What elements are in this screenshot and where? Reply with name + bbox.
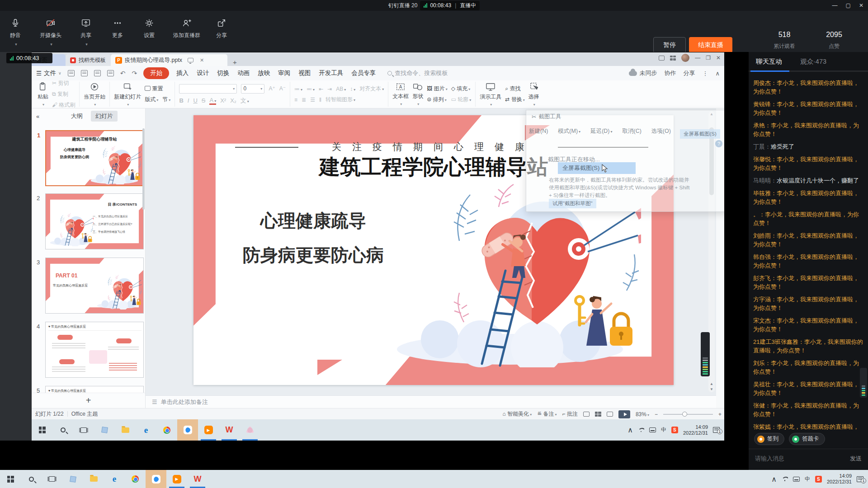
- more-menu-icon[interactable]: ⋮: [702, 70, 708, 77]
- smart-beautify-button[interactable]: ⌂ 智能美化: [503, 410, 532, 418]
- edge-icon[interactable]: e: [136, 419, 156, 441]
- chrome-icon[interactable]: [156, 419, 177, 441]
- find-button[interactable]: ⌕ 查找: [505, 85, 524, 93]
- user-avatar[interactable]: [681, 54, 689, 62]
- clock[interactable]: 14:092022/12/31: [827, 473, 852, 485]
- task-view-button[interactable]: [73, 419, 94, 441]
- edge-icon[interactable]: e: [104, 470, 125, 488]
- menu-tab-home[interactable]: 开始: [143, 67, 169, 79]
- paste-button[interactable]: 粘贴: [38, 82, 48, 107]
- add-slide-button[interactable]: +: [32, 393, 145, 408]
- keyboard-icon[interactable]: [649, 427, 656, 432]
- keyboard-icon[interactable]: [793, 477, 800, 482]
- clock[interactable]: 14:092022/12/31: [683, 424, 708, 436]
- subscript-button[interactable]: X₂: [230, 97, 236, 104]
- fill-button[interactable]: ◇ 填充: [451, 85, 472, 93]
- align-right-icon[interactable]: ☰: [310, 97, 315, 103]
- underline-button[interactable]: U: [193, 97, 197, 104]
- note-button[interactable]: ≝ 备注: [537, 410, 557, 418]
- picture-button[interactable]: 🖼 图片: [427, 85, 447, 93]
- numbered-list-button[interactable]: ≕: [307, 86, 315, 92]
- grid-view-icon[interactable]: [670, 56, 676, 61]
- shapes-button[interactable]: 形状: [412, 83, 423, 106]
- tray-expand-icon[interactable]: ∧: [627, 426, 633, 434]
- slide-thumbnail-4[interactable]: 4 ♥ 常见的负面心理应激反应: [45, 322, 144, 378]
- chat-message-list[interactable]: 周俊杰：李小龙，我来围观你的直播啦，为你点赞！ 黄锐锋：李小龙，我来围观你的直播…: [749, 76, 868, 430]
- task-view-button[interactable]: [42, 470, 62, 488]
- wps-tab-docer[interactable]: 找稻壳模板: [66, 54, 111, 66]
- slide-thumbnail-1[interactable]: 1 建筑工程学院心理辅导站 心理健康疏导防身病更要防心病: [45, 130, 144, 186]
- align-left-icon[interactable]: ≡: [294, 97, 297, 103]
- minimize-button[interactable]: —: [832, 2, 838, 9]
- panel-scrollbar[interactable]: [142, 128, 145, 210]
- sogou-icon[interactable]: S: [815, 476, 822, 483]
- align-center-icon[interactable]: ≣: [302, 97, 306, 103]
- collaborate-button[interactable]: 协作: [664, 69, 676, 77]
- shrink-font-button[interactable]: A⁻: [279, 85, 286, 92]
- line-spacing-button[interactable]: ↕: [350, 86, 355, 92]
- select-button[interactable]: 选择: [528, 82, 539, 107]
- close-button[interactable]: ✕: [859, 2, 863, 9]
- wps-share-button[interactable]: 分享: [683, 69, 695, 77]
- collapse-ribbon-icon[interactable]: ∧: [715, 70, 720, 77]
- menu-tab-review[interactable]: 审阅: [277, 69, 291, 77]
- zoom-out-button[interactable]: −: [655, 411, 658, 418]
- menu-tab-view[interactable]: 视图: [297, 69, 311, 77]
- notes-bar[interactable]: ☰ 单击此处添加备注: [146, 395, 716, 408]
- start-button[interactable]: [32, 419, 52, 441]
- export-icon[interactable]: [81, 70, 88, 76]
- collapse-panel-button[interactable]: «: [36, 113, 39, 120]
- mute-button[interactable]: 静音: [10, 17, 21, 47]
- text-direction-button[interactable]: AB: [336, 86, 346, 92]
- strikethrough-button[interactable]: S: [202, 97, 206, 104]
- settings-button[interactable]: 设置: [144, 17, 155, 39]
- menu-tab-animation[interactable]: 动画: [236, 69, 250, 77]
- search-button[interactable]: [21, 470, 42, 488]
- layout-button[interactable]: 版式: [145, 96, 158, 103]
- arrange-button[interactable]: ⊜ 排列: [427, 96, 447, 103]
- undo-icon[interactable]: ↶: [120, 70, 126, 77]
- italic-button[interactable]: I: [188, 97, 189, 104]
- outline-tab[interactable]: 大纲: [66, 111, 87, 122]
- menu-tab-design[interactable]: 设计: [196, 69, 210, 77]
- font-size-combo[interactable]: 0: [241, 84, 264, 94]
- ime-indicator[interactable]: 中: [661, 426, 666, 434]
- zoom-slider[interactable]: [663, 414, 713, 415]
- file-menu[interactable]: ☰ 文件 ∨: [36, 69, 61, 77]
- to-smartart-button[interactable]: 转智能图形: [326, 96, 355, 103]
- maximize-button[interactable]: ▢: [846, 2, 851, 9]
- more-button[interactable]: 更多: [112, 17, 123, 39]
- align-text-button[interactable]: 对齐文本: [359, 85, 384, 93]
- menu-tab-devtools[interactable]: 开发工具: [318, 69, 344, 77]
- columns-icon[interactable]: ⫴: [319, 97, 321, 103]
- pinyin-button[interactable]: 文: [241, 97, 249, 105]
- normal-view-icon[interactable]: [583, 412, 590, 417]
- dingtalk-live-icon[interactable]: ▶: [166, 470, 187, 488]
- chat-scrollbar[interactable]: [860, 368, 867, 398]
- search-button[interactable]: [52, 419, 73, 441]
- mail-icon[interactable]: [62, 470, 83, 488]
- bullet-list-button[interactable]: ≔: [294, 86, 302, 92]
- font-color-button[interactable]: A: [209, 97, 216, 105]
- start-button[interactable]: [0, 470, 21, 488]
- wps-office-icon[interactable]: W: [187, 470, 208, 488]
- slideshow-play-button[interactable]: [618, 410, 630, 418]
- increase-indent-button[interactable]: ⇥: [327, 86, 332, 92]
- wps-restore-button[interactable]: ❐: [706, 55, 711, 61]
- send-button[interactable]: 发送: [850, 455, 862, 463]
- tab-audience[interactable]: 观众·473: [800, 57, 826, 66]
- font-name-combo[interactable]: [179, 84, 237, 94]
- file-explorer-icon[interactable]: [83, 470, 104, 488]
- message-input[interactable]: 请输入消息: [755, 455, 784, 463]
- wps-office-icon[interactable]: W: [219, 419, 240, 441]
- dingtalk-live-icon[interactable]: ▶: [198, 419, 219, 441]
- redo-icon[interactable]: ↷: [132, 70, 137, 77]
- command-search[interactable]: 查找命令、搜索模板: [387, 69, 448, 77]
- chrome-icon[interactable]: [125, 470, 146, 488]
- mail-icon[interactable]: [94, 419, 115, 441]
- slide-thumbnail-2[interactable]: 2 目 录/CONTENTS 一、常见的负面心理应激反应 二、怎样调节自己的应激…: [45, 193, 144, 249]
- add-live-group-button[interactable]: 添加直播群: [173, 17, 200, 39]
- fullscreen-snip-menu-item[interactable]: 全屏幕截图(S): [558, 162, 636, 174]
- outline-button[interactable]: ▭ 轮廓: [451, 96, 472, 103]
- menu-tab-insert[interactable]: 插入: [175, 69, 189, 77]
